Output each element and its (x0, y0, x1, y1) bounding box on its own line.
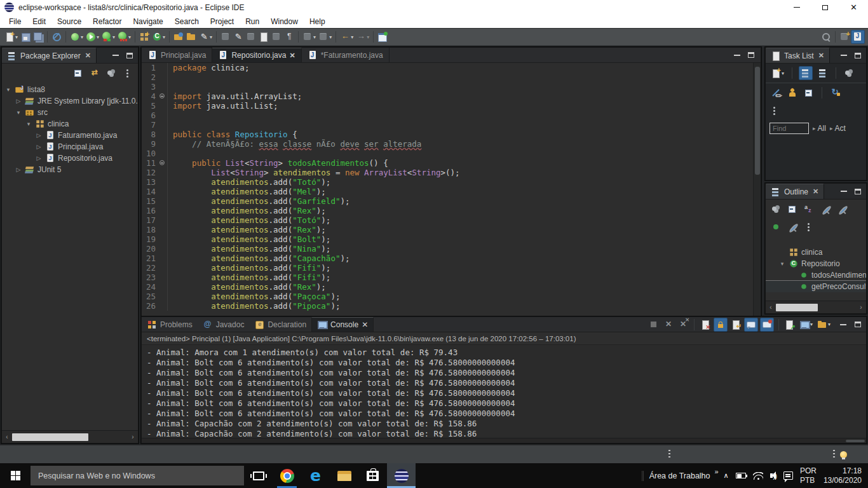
next-annotation-button[interactable] (257, 30, 270, 44)
tree-item-todosatendimen[interactable]: todosAtendimen (766, 269, 866, 281)
dropdown-arrow-icon[interactable]: ▾ (782, 71, 784, 76)
hide-non-public-button[interactable] (770, 220, 782, 234)
expand-twisty-icon[interactable]: ▷ (35, 155, 43, 161)
previous-annotation-button[interactable] (270, 30, 283, 44)
close-icon[interactable]: ✕ (818, 51, 824, 60)
outline-hscrollbar[interactable]: ‹ › (766, 301, 866, 313)
skip-all-breakpoints-button[interactable] (50, 30, 63, 44)
taskbar-search-box[interactable]: Pesquisar na Web e no Windows (31, 466, 244, 485)
tree-item-repositorio[interactable]: ▾Repositorio (766, 258, 866, 269)
store-taskbar-button[interactable] (358, 463, 387, 488)
tree-item-lista8[interactable]: ▾lista8 (2, 84, 138, 95)
open-perspective-button[interactable] (838, 30, 851, 44)
task-list-tab[interactable]: Task List ✕ (766, 48, 830, 63)
open-task-button[interactable] (172, 30, 185, 44)
package-explorer-hscrollbar[interactable]: ‹ › (2, 430, 138, 443)
format-button[interactable] (232, 30, 245, 44)
dropdown-arrow-icon[interactable]: ▾ (313, 34, 316, 40)
dropdown-arrow-icon[interactable]: ▾ (81, 34, 83, 40)
dropdown-arrow-icon[interactable]: ▾ (210, 34, 212, 40)
new-java-class-button[interactable]: ▾ (151, 30, 166, 44)
menu-run[interactable]: Run (240, 15, 265, 28)
language-indicator[interactable]: PORPTB (800, 466, 817, 485)
back-button[interactable]: ▾ (339, 30, 355, 44)
collapse-twisty-icon[interactable]: ▾ (25, 121, 32, 127)
scrollbar-thumb[interactable] (776, 304, 818, 311)
external-tools-button[interactable]: ▾ (198, 30, 214, 44)
menu-project[interactable]: Project (205, 15, 240, 28)
editor-tab-faturamento.java[interactable]: *Faturamento.java (302, 48, 390, 62)
scrollbar-thumb[interactable] (12, 433, 88, 441)
clock[interactable]: 17:1813/06/2020 (824, 466, 862, 485)
maximize-view-icon[interactable] (126, 53, 133, 58)
tree-item-jre-system-library-jdk-11-0-6[interactable]: ▷JRE System Library [jdk-11.0.6 (2, 95, 138, 107)
volume-icon[interactable]: )) (770, 472, 776, 480)
save-all-button[interactable] (32, 30, 44, 44)
menu-edit[interactable]: Edit (27, 15, 51, 28)
collapse-all-button[interactable] (72, 66, 85, 80)
scroll-lock-button[interactable] (714, 318, 728, 332)
filter-activate[interactable]: ▸Act (830, 124, 846, 133)
categorized-button[interactable] (799, 66, 813, 80)
dropdown-arrow-icon[interactable]: ▾ (828, 322, 831, 327)
dropdown-arrow-icon[interactable]: ▾ (810, 322, 813, 327)
minimize-view-icon[interactable] (841, 55, 847, 56)
focus-on-workweek-button[interactable] (786, 86, 799, 100)
code-editor[interactable]: 1package clinica;234import java.util.Arr… (142, 63, 761, 317)
coverage-button[interactable]: ▾ (100, 30, 116, 44)
hide-static-members-button[interactable] (836, 202, 848, 216)
desktop-toolbar-label[interactable]: Área de Trabalho» (649, 471, 717, 480)
editor-vscrollbar[interactable] (753, 63, 761, 317)
tree-item-src[interactable]: ▾src (2, 107, 138, 118)
show-stderr-when-changed-button[interactable] (760, 318, 774, 332)
filter-all[interactable]: ▸All (813, 124, 826, 133)
open-resource-button[interactable] (185, 30, 198, 44)
battery-icon[interactable] (736, 473, 746, 478)
save-button[interactable] (19, 30, 32, 44)
synchronize-button[interactable] (829, 86, 841, 100)
dropdown-arrow-icon[interactable]: ▾ (351, 34, 353, 40)
tree-item-clinica[interactable]: ▾clinica (2, 118, 138, 130)
scroll-right-icon[interactable]: › (128, 433, 138, 440)
dropdown-arrow-icon[interactable]: ▾ (15, 34, 18, 40)
editor-tab-principal.java[interactable]: Principal.java (142, 48, 212, 62)
collapse-twisty-icon[interactable]: ▾ (15, 109, 22, 116)
minimize-view-icon[interactable] (112, 55, 119, 56)
show-whitespace-button[interactable] (283, 30, 295, 44)
last-edit-location-button[interactable]: ▾ (301, 30, 317, 44)
tree-item-getprecoconsult[interactable]: getPrecoConsult (766, 281, 866, 292)
dropdown-arrow-icon[interactable]: ▾ (97, 34, 99, 40)
menu-help[interactable]: Help (304, 15, 331, 28)
filter-button[interactable] (105, 66, 118, 80)
hide-fields-button[interactable] (819, 202, 832, 216)
action-center-icon[interactable] (783, 471, 793, 480)
console-hscrollbar[interactable] (142, 438, 866, 443)
status-grip[interactable] (833, 450, 835, 459)
close-icon[interactable]: ✕ (85, 51, 91, 60)
view-menu-icon[interactable] (770, 105, 780, 116)
close-icon[interactable]: ✕ (362, 320, 368, 329)
open-console-button[interactable]: ▾ (816, 318, 832, 332)
chrome-taskbar-button[interactable] (273, 463, 301, 488)
menu-window[interactable]: Window (265, 15, 304, 28)
minimize-button[interactable] (782, 0, 811, 15)
word-wrap-button[interactable] (729, 318, 742, 332)
tree-item-faturamento-java[interactable]: ▷Faturamento.java (2, 130, 138, 141)
dropdown-arrow-icon[interactable]: ▾ (329, 34, 332, 40)
console-tab-javadoc[interactable]: Javadoc (198, 317, 250, 332)
editor-tab-repositorio.java[interactable]: Repositorio.java✕ (212, 48, 301, 62)
package-explorer-tab[interactable]: Package Explorer ✕ (2, 48, 97, 63)
collapse-twisty-icon[interactable]: ▾ (4, 86, 12, 93)
wifi-icon[interactable] (753, 472, 763, 480)
menu-source[interactable]: Source (51, 15, 87, 28)
console-tab-declaration[interactable]: Declaration (249, 317, 311, 332)
console-output[interactable]: - Animal: Amora com 1 atendimento(s) com… (142, 345, 866, 439)
tree-item-clinica[interactable]: clinica (766, 247, 866, 258)
sort-button[interactable] (803, 202, 815, 216)
dropdown-arrow-icon[interactable]: ▾ (112, 34, 115, 40)
presentation-button[interactable] (843, 66, 855, 80)
dropdown-arrow-icon[interactable]: ▾ (128, 34, 131, 40)
view-menu-button[interactable] (121, 66, 134, 80)
new-wizard-button[interactable]: ▾ (3, 30, 19, 44)
notification-bulb-icon[interactable] (840, 451, 847, 458)
